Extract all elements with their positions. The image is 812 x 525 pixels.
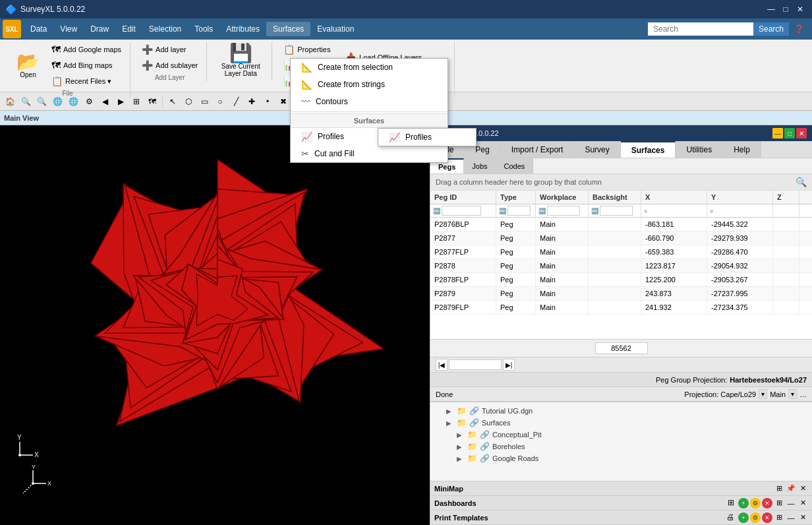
- dashboards-pin[interactable]: —: [786, 498, 796, 509]
- profiles-item[interactable]: 📈 Profiles ▶ 📈 Profiles: [291, 128, 448, 145]
- col-header-z[interactable]: Z: [773, 191, 799, 204]
- tab-survey[interactable]: Survey: [574, 141, 620, 158]
- tb2-btn-6[interactable]: ⚙: [82, 94, 96, 109]
- add-sublayer-button[interactable]: ➕ Add sublayer: [138, 58, 201, 73]
- close-button[interactable]: ✕: [794, 3, 807, 15]
- search-button[interactable]: Search: [753, 22, 789, 36]
- filter-backsight-input[interactable]: [600, 206, 633, 216]
- open-button[interactable]: 📂 Open: [11, 51, 45, 80]
- contours-item[interactable]: 〰 Contours: [291, 93, 448, 110]
- table-row[interactable]: P2876BLP Peg Main -863.181 -29445.322: [430, 218, 812, 232]
- dashboards-expand[interactable]: ⊞: [774, 498, 784, 509]
- create-from-selection-item[interactable]: 📐 Create from selection: [291, 59, 448, 76]
- add-layer-button[interactable]: ➕ Add layer: [138, 42, 201, 57]
- print-expand[interactable]: ⊞: [774, 512, 784, 523]
- dashboards-close[interactable]: ✕: [798, 498, 808, 509]
- minimize-button[interactable]: —: [765, 3, 778, 15]
- minimap-pin[interactable]: 📌: [786, 483, 796, 494]
- menu-item-surfaces[interactable]: Surfaces: [266, 22, 310, 36]
- profiles-submenu-item[interactable]: 📈 Profiles: [378, 129, 476, 146]
- tree-panel[interactable]: ▶ 📁 🔗 Tutorial UG.dgn ▶ 📁 🔗 Surfaces ▶ 📁…: [430, 402, 812, 481]
- print-pin[interactable]: —: [786, 512, 796, 523]
- search-input[interactable]: [648, 22, 753, 36]
- print-delete[interactable]: ✕: [762, 512, 772, 523]
- cross-tool[interactable]: ✚: [245, 94, 259, 109]
- pag-last[interactable]: ▶|: [503, 359, 515, 371]
- menu-item-view[interactable]: View: [53, 22, 84, 36]
- print-settings[interactable]: ⚙: [750, 512, 761, 523]
- tab-help[interactable]: Help: [723, 141, 761, 158]
- recent-files-button[interactable]: 📋 Recent Files ▾: [48, 74, 125, 88]
- table-row[interactable]: P2877FLP Peg Main -659.383 -29286.470: [430, 245, 812, 259]
- pag-first[interactable]: |◀: [436, 359, 448, 371]
- col-header-y[interactable]: Y: [707, 191, 773, 204]
- filter-workplace-input[interactable]: [547, 206, 580, 216]
- print-close[interactable]: ✕: [798, 512, 808, 523]
- print-add[interactable]: +: [738, 512, 749, 523]
- menu-item-evaluation[interactable]: Evaluation: [310, 22, 361, 36]
- menu-item-edit[interactable]: Edit: [115, 22, 142, 36]
- point-tool[interactable]: •: [260, 94, 275, 109]
- save-layer-button[interactable]: 💾 Save Current Layer Data: [215, 42, 266, 79]
- properties-button[interactable]: 📋 Properties: [280, 42, 334, 57]
- search-grid-icon[interactable]: 🔍: [796, 177, 807, 187]
- map-canvas[interactable]: Y X: [0, 125, 430, 525]
- minimap-expand[interactable]: ⊞: [774, 483, 784, 494]
- select-tool[interactable]: ↖: [165, 94, 180, 109]
- tree-item-boreholes[interactable]: ▶ 📁 🔗 Boreholes: [433, 441, 809, 452]
- filter-peg-input[interactable]: [442, 206, 481, 216]
- tab-import-export[interactable]: Import / Export: [501, 141, 575, 158]
- add-google-maps-button[interactable]: 🗺 Add Google maps: [48, 42, 125, 57]
- inner-minimize[interactable]: —: [772, 128, 783, 139]
- table-row[interactable]: P2877 Peg Main -660.790 -29279.939: [430, 232, 812, 245]
- tree-item-tutorial[interactable]: ▶ 📁 🔗 Tutorial UG.dgn: [433, 405, 809, 417]
- tree-item-surfaces[interactable]: ▶ 📁 🔗 Surfaces: [433, 417, 809, 429]
- tb2-btn-3[interactable]: 🔍: [34, 94, 49, 109]
- menu-item-attributes[interactable]: Attributes: [219, 22, 266, 36]
- main-dropdown[interactable]: ▾: [788, 389, 797, 399]
- rect-tool[interactable]: ▭: [197, 94, 212, 109]
- data-rows[interactable]: P2876BLP Peg Main -863.181 -29445.322 P2…: [430, 218, 812, 339]
- help-button[interactable]: ❓: [789, 22, 809, 36]
- menu-item-data[interactable]: Data: [24, 22, 53, 36]
- add-bing-maps-button[interactable]: 🗺 Add Bing maps: [48, 58, 125, 73]
- cut-and-fill-item[interactable]: ✂ Cut and Fill: [291, 145, 448, 162]
- dashboards-settings[interactable]: ⚙: [750, 498, 761, 509]
- tree-item-google-roads[interactable]: ▶ 📁 🔗 Google Roads: [433, 452, 809, 464]
- col-header-backsight[interactable]: Backsight: [589, 191, 641, 204]
- pag-input[interactable]: [449, 359, 502, 370]
- table-row[interactable]: P2879FLP Peg Main 241.932 -27234.375: [430, 301, 812, 315]
- col-header-peg-id[interactable]: Peg ID: [430, 191, 496, 204]
- menu-item-tools[interactable]: Tools: [188, 22, 219, 36]
- tb2-btn-map[interactable]: 🗺: [145, 94, 160, 109]
- table-row[interactable]: P2879 Peg Main 243.873 -27237.995: [430, 287, 812, 301]
- create-from-strings-item[interactable]: 📐 Create from strings: [291, 76, 448, 93]
- tb2-btn-7[interactable]: ◀: [98, 94, 112, 109]
- tb2-btn-1[interactable]: 🏠: [3, 94, 17, 109]
- table-row[interactable]: P2878 Peg Main 1223.817 -29054.932: [430, 259, 812, 273]
- menu-item-draw[interactable]: Draw: [84, 22, 115, 36]
- tb2-btn-5[interactable]: 🌐: [66, 94, 80, 109]
- poly-tool[interactable]: ⬡: [181, 94, 196, 109]
- dashboards-delete[interactable]: ✕: [762, 498, 772, 509]
- delete-tool[interactable]: ✖: [276, 94, 291, 109]
- dashboards-add[interactable]: +: [738, 498, 749, 509]
- tab-utilities[interactable]: Utilities: [676, 141, 723, 158]
- tb2-btn-4[interactable]: 🌐: [50, 94, 65, 109]
- filter-type-input[interactable]: [508, 206, 531, 216]
- line-tool[interactable]: ╱: [229, 94, 243, 109]
- tb2-btn-grid[interactable]: ⊞: [129, 94, 144, 109]
- grid-footer-value[interactable]: [595, 342, 648, 354]
- tab-codes[interactable]: Codes: [496, 158, 534, 173]
- projection-dropdown[interactable]: ▾: [759, 389, 767, 399]
- circle-tool[interactable]: ○: [213, 94, 227, 109]
- inner-maximize[interactable]: □: [784, 128, 795, 139]
- col-header-x[interactable]: X: [641, 191, 707, 204]
- tb2-btn-2[interactable]: 🔍: [18, 94, 33, 109]
- tab-jobs[interactable]: Jobs: [464, 158, 496, 173]
- table-row[interactable]: P2878FLP Peg Main 1225.200 -29053.267: [430, 273, 812, 287]
- tree-item-conceptual[interactable]: ▶ 📁 🔗 Conceptual_Pit: [433, 429, 809, 441]
- inner-close[interactable]: ✕: [796, 128, 807, 139]
- tb2-btn-8[interactable]: ▶: [113, 94, 128, 109]
- maximize-button[interactable]: □: [779, 3, 792, 15]
